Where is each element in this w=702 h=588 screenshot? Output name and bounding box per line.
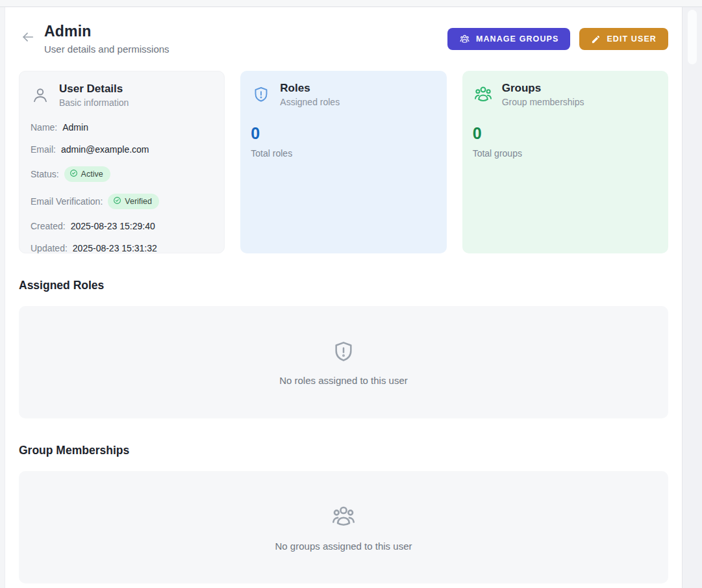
- back-button[interactable]: [19, 29, 36, 46]
- card-subtitle: Assigned roles: [280, 97, 340, 107]
- group-memberships-heading: Group Memberships: [19, 444, 668, 457]
- name-value: Admin: [62, 122, 88, 133]
- check-circle-icon: [113, 196, 121, 207]
- groups-icon: [330, 504, 357, 533]
- roles-empty-message: No roles assigned to this user: [279, 375, 408, 386]
- manage-groups-button[interactable]: MANAGE GROUPS: [447, 28, 571, 50]
- group-memberships-empty-panel: No groups assigned to this user: [19, 471, 668, 583]
- user-detail-page: Admin User details and permissions MANAG…: [5, 8, 682, 588]
- groups-icon: [473, 84, 494, 105]
- updated-row: Updated: 2025-08-23 15:31:32: [31, 243, 214, 253]
- shield-alert-icon: [331, 339, 357, 368]
- user-detail-rows: Name: Admin Email: admin@example.com Sta…: [30, 122, 214, 253]
- name-row: Name: Admin: [31, 122, 214, 133]
- status-badge-label: Active: [81, 170, 103, 179]
- updated-value: 2025-08-23 15:31:32: [73, 243, 157, 253]
- shield-alert-icon: [251, 84, 271, 105]
- roles-count: 0: [251, 124, 436, 143]
- roles-card: Roles Assigned roles 0 Total roles: [240, 71, 446, 253]
- page-title: Admin: [44, 23, 169, 40]
- scrollbar-track[interactable]: [682, 7, 702, 588]
- card-subtitle: Basic information: [59, 97, 129, 108]
- assigned-roles-heading: Assigned Roles: [19, 279, 668, 292]
- verified-badge: Verified: [108, 194, 159, 209]
- status-badge: Active: [64, 166, 110, 182]
- roles-count-label: Total roles: [251, 148, 436, 159]
- card-title: Groups: [502, 82, 584, 95]
- email-row: Email: admin@example.com: [31, 144, 214, 155]
- groups-icon: [459, 34, 470, 45]
- groups-count-label: Total groups: [473, 148, 658, 159]
- verified-badge-label: Verified: [125, 197, 152, 206]
- back-arrow-icon: [21, 30, 35, 46]
- edit-user-label: EDIT USER: [607, 34, 657, 44]
- card-subtitle: Group memberships: [502, 97, 584, 107]
- email-value: admin@example.com: [61, 144, 149, 155]
- page-subtitle: User details and permissions: [44, 44, 169, 55]
- manage-groups-label: MANAGE GROUPS: [476, 34, 559, 44]
- user-details-card: User Details Basic information Name: Adm…: [19, 71, 225, 253]
- created-value: 2025-08-23 15:29:40: [71, 221, 155, 231]
- card-title: Roles: [280, 82, 340, 95]
- page-header: Admin User details and permissions MANAG…: [19, 8, 668, 55]
- summary-cards: User Details Basic information Name: Adm…: [19, 71, 668, 253]
- check-circle-icon: [69, 169, 78, 179]
- groups-count: 0: [473, 124, 658, 143]
- assigned-roles-empty-panel: No roles assigned to this user: [19, 306, 668, 418]
- scrollbar-thumb[interactable]: [688, 10, 697, 64]
- user-icon: [30, 85, 51, 106]
- window-left-edge: [0, 7, 5, 588]
- created-row: Created: 2025-08-23 15:29:40: [31, 221, 214, 231]
- edit-user-button[interactable]: EDIT USER: [579, 28, 668, 50]
- title-block: Admin User details and permissions: [44, 23, 169, 55]
- groups-empty-message: No groups assigned to this user: [275, 541, 412, 552]
- pencil-icon: [591, 34, 601, 44]
- card-title: User Details: [59, 83, 129, 96]
- window-top-edge: [0, 0, 702, 7]
- groups-card: Groups Group memberships 0 Total groups: [462, 71, 668, 253]
- status-row: Status: Active: [31, 166, 214, 182]
- email-verification-row: Email Verification: Verified: [31, 194, 214, 209]
